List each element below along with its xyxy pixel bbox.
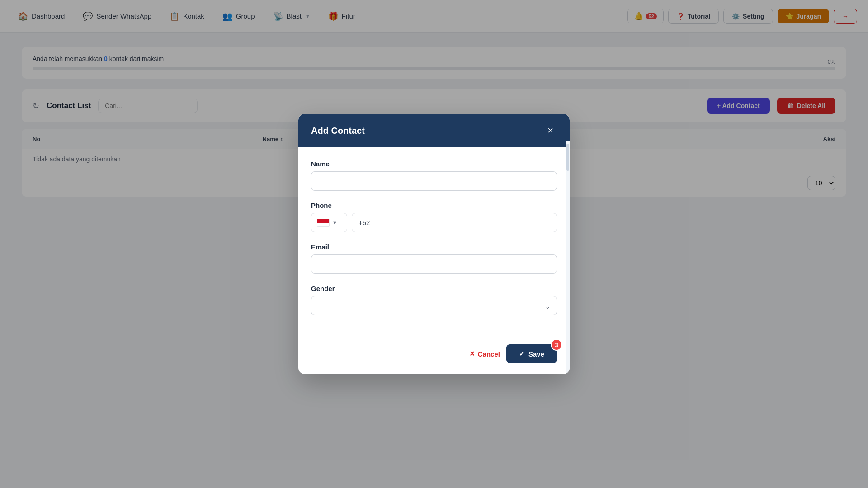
email-field-group: Email (311, 243, 557, 274)
gender-label: Gender (311, 285, 557, 292)
add-contact-modal: Add Contact × Name Phone (298, 114, 570, 374)
indonesia-flag-icon (317, 219, 330, 227)
gender-select-wrapper: Male Female ⌄ (311, 296, 557, 315)
save-label: Save (528, 350, 544, 358)
phone-label: Phone (311, 202, 557, 209)
name-field-group: Name (311, 160, 557, 191)
scroll-thumb (566, 144, 569, 171)
modal-header: Add Contact × (298, 114, 570, 147)
modal-overlay[interactable]: Add Contact × Name Phone (0, 0, 868, 488)
phone-field-group: Phone ▼ (311, 202, 557, 232)
country-chevron-icon: ▼ (332, 220, 337, 225)
name-input[interactable] (311, 171, 557, 191)
phone-input[interactable] (352, 213, 557, 232)
modal-body: Name Phone ▼ (298, 147, 570, 337)
save-button[interactable]: ✓ Save 3 (506, 344, 557, 363)
name-label: Name (311, 160, 557, 168)
gender-field-group: Gender Male Female ⌄ (311, 285, 557, 315)
gender-select[interactable]: Male Female (311, 296, 557, 315)
modal-footer: ✕ Cancel ✓ Save 3 (298, 337, 570, 374)
modal-title: Add Contact (311, 126, 365, 136)
cancel-label: Cancel (478, 350, 500, 358)
scroll-track (566, 141, 570, 374)
cancel-x-icon: ✕ (469, 350, 475, 358)
phone-row: ▼ (311, 213, 557, 232)
save-badge: 3 (551, 339, 562, 351)
save-check-icon: ✓ (519, 350, 525, 358)
modal-close-button[interactable]: × (544, 124, 557, 137)
email-input[interactable] (311, 254, 557, 274)
phone-country-selector[interactable]: ▼ (311, 213, 347, 232)
email-label: Email (311, 243, 557, 251)
cancel-button[interactable]: ✕ Cancel (469, 350, 500, 358)
